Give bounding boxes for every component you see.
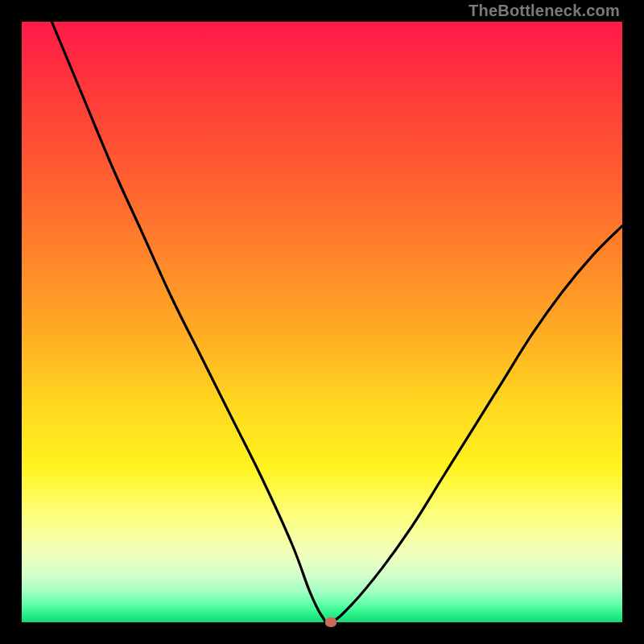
- optimal-marker: [325, 617, 336, 627]
- watermark-text: TheBottleneck.com: [469, 2, 620, 20]
- bottleneck-curve: [22, 22, 622, 622]
- plot-area: [22, 22, 622, 622]
